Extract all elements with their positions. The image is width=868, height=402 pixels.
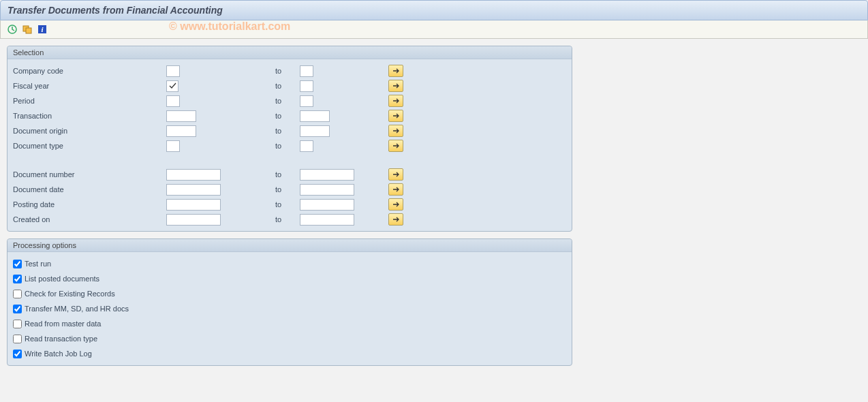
doc-origin-from[interactable] (166, 125, 196, 137)
transaction-to[interactable] (300, 110, 330, 122)
company-code-multi-button[interactable] (388, 65, 403, 77)
to-label: to (275, 170, 300, 179)
svg-rect-2 (26, 28, 31, 33)
to-label: to (275, 67, 300, 75)
to-label: to (275, 142, 300, 150)
transaction-multi-button[interactable] (388, 110, 403, 122)
row-doc-type: Document type to (13, 138, 566, 153)
created-on-from[interactable] (166, 214, 221, 226)
doc-date-from[interactable] (166, 184, 221, 196)
read-master-checkbox[interactable] (13, 320, 22, 328)
doc-number-multi-button[interactable] (388, 168, 403, 181)
read-trans-type-label: Read transaction type (25, 335, 97, 343)
created-on-to[interactable] (300, 214, 354, 226)
write-batch-checkbox[interactable] (13, 350, 22, 358)
row-transaction: Transaction to (13, 108, 566, 123)
check-existing-checkbox[interactable] (13, 290, 22, 298)
read-master-label: Read from master data (25, 320, 102, 328)
period-label: Period (13, 97, 166, 105)
info-icon[interactable]: i (36, 23, 48, 35)
doc-number-label: Document number (13, 170, 166, 179)
doc-type-from[interactable] (166, 140, 180, 152)
posting-date-to[interactable] (300, 199, 354, 211)
to-label: to (275, 185, 300, 194)
test-run-checkbox[interactable] (13, 260, 22, 268)
company-code-from[interactable] (166, 65, 180, 77)
opt-test-run: Test run (13, 256, 566, 271)
opt-transfer-mm: Transfer MM, SD, and HR docs (13, 301, 566, 316)
doc-number-from[interactable] (166, 169, 221, 181)
opt-check-existing: Check for Existing Records (13, 286, 566, 301)
company-code-label: Company code (13, 67, 166, 75)
doc-date-multi-button[interactable] (388, 183, 403, 196)
period-to[interactable] (300, 95, 313, 107)
to-label: to (275, 215, 300, 223)
doc-type-multi-button[interactable] (388, 140, 403, 152)
doc-date-label: Document date (13, 185, 166, 194)
period-from[interactable] (166, 95, 180, 107)
doc-type-to[interactable] (300, 140, 313, 152)
opt-read-master: Read from master data (13, 316, 566, 331)
processing-group-title: Processing options (7, 239, 572, 252)
created-on-label: Created on (13, 215, 166, 223)
transaction-label: Transaction (13, 112, 166, 120)
variant-icon[interactable] (21, 23, 33, 35)
opt-list-posted: List posted documents (13, 271, 566, 286)
fiscal-year-label: Fiscal year (13, 82, 166, 90)
selection-group: Selection Company code to Fiscal year to (7, 46, 572, 232)
period-multi-button[interactable] (388, 95, 403, 107)
fiscal-year-multi-button[interactable] (388, 80, 403, 92)
row-company-code: Company code to (13, 63, 566, 78)
to-label: to (275, 200, 300, 208)
write-batch-label: Write Batch Job Log (25, 350, 92, 358)
opt-write-batch: Write Batch Job Log (13, 346, 566, 361)
content-area: Selection Company code to Fiscal year to (0, 39, 868, 380)
selection-group-title: Selection (7, 46, 572, 59)
posting-date-from[interactable] (166, 199, 221, 211)
company-code-to[interactable] (300, 65, 313, 77)
row-created-on: Created on to (13, 212, 566, 227)
list-posted-checkbox[interactable] (13, 275, 22, 283)
posting-date-multi-button[interactable] (388, 198, 403, 211)
doc-origin-label: Document origin (13, 127, 166, 135)
doc-origin-to[interactable] (300, 125, 330, 137)
opt-read-trans-type: Read transaction type (13, 331, 566, 346)
doc-date-to[interactable] (300, 184, 354, 196)
read-trans-type-checkbox[interactable] (13, 335, 22, 343)
fiscal-year-check[interactable] (166, 80, 179, 92)
transfer-mm-checkbox[interactable] (13, 305, 22, 313)
row-posting-date: Posting date to (13, 197, 566, 212)
doc-type-label: Document type (13, 142, 166, 150)
row-doc-origin: Document origin to (13, 123, 566, 138)
to-label: to (275, 82, 300, 90)
test-run-label: Test run (25, 260, 51, 268)
toolbar: i (0, 20, 868, 39)
to-label: to (275, 97, 300, 105)
to-label: to (275, 127, 300, 135)
transaction-from[interactable] (166, 110, 196, 122)
posting-date-label: Posting date (13, 200, 166, 208)
row-fiscal-year: Fiscal year to (13, 78, 566, 93)
row-doc-date: Document date to (13, 182, 566, 197)
row-doc-number: Document number to (13, 167, 566, 182)
fiscal-year-to[interactable] (300, 80, 313, 92)
execute-icon[interactable] (6, 23, 18, 35)
row-period: Period to (13, 93, 566, 108)
to-label: to (275, 112, 300, 120)
page-title: Transfer Documents from Financial Accoun… (0, 0, 868, 20)
transfer-mm-label: Transfer MM, SD, and HR docs (25, 305, 129, 313)
check-existing-label: Check for Existing Records (25, 290, 115, 298)
doc-origin-multi-button[interactable] (388, 125, 403, 137)
list-posted-label: List posted documents (25, 275, 99, 283)
processing-group: Processing options Test run List posted … (7, 238, 572, 366)
doc-number-to[interactable] (300, 169, 354, 181)
created-on-multi-button[interactable] (388, 213, 403, 226)
